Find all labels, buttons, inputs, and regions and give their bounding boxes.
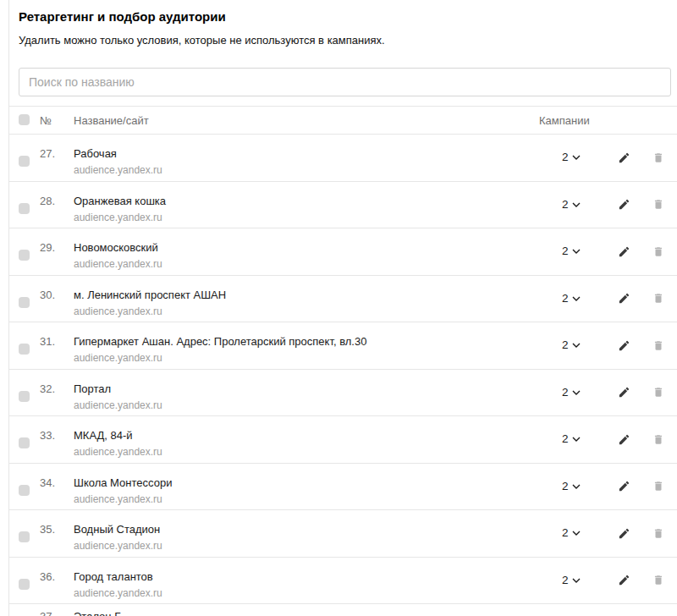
pencil-icon: [618, 386, 630, 399]
campaigns-dropdown[interactable]: 2: [562, 574, 581, 587]
trash-icon: [652, 480, 664, 492]
row-controls: 2: [8, 574, 677, 587]
pencil-icon: [618, 574, 630, 586]
edit-button[interactable]: [617, 245, 630, 258]
campaigns-dropdown[interactable]: 2: [562, 151, 581, 164]
campaigns-dropdown[interactable]: 2: [562, 386, 581, 399]
chevron-down-icon: [572, 249, 581, 254]
table-body: 27. Рабочая audience.yandex.ru 2: [8, 135, 677, 616]
table-row: 29. Новомосковский audience.yandex.ru 2: [8, 228, 677, 276]
row-controls: 2: [8, 480, 677, 493]
trash-icon: [652, 339, 664, 352]
campaigns-count: 2: [562, 386, 569, 399]
campaigns-dropdown[interactable]: 2: [562, 338, 581, 352]
pencil-icon: [618, 245, 630, 258]
pencil-icon: [618, 339, 630, 352]
edit-button[interactable]: [617, 386, 630, 399]
table-row: 33. МКАД, 84-й audience.yandex.ru 2: [8, 416, 677, 464]
row-controls: 2: [8, 386, 677, 399]
chevron-down-icon: [572, 296, 581, 301]
row-site: audience.yandex.ru: [74, 305, 677, 318]
chevron-down-icon: [572, 390, 581, 395]
trash-icon: [652, 198, 664, 211]
campaigns-dropdown[interactable]: 2: [562, 480, 581, 493]
edit-button[interactable]: [617, 526, 630, 540]
campaigns-count: 2: [562, 151, 569, 164]
campaigns-dropdown[interactable]: 2: [562, 526, 581, 540]
row-controls: 2: [8, 198, 677, 212]
row-site: audience.yandex.ru: [74, 492, 677, 506]
table-row: 30. м. Ленинский проспект АШАН audience.…: [8, 276, 677, 323]
row-site: audience.yandex.ru: [74, 399, 677, 412]
table-row: 31. Гипермаркет Ашан. Адрес: Пролетарски…: [8, 322, 677, 370]
chevron-down-icon: [572, 437, 581, 442]
trash-icon: [652, 151, 664, 164]
row-site: audience.yandex.ru: [74, 539, 677, 553]
table-row: 36. Город талантов audience.yandex.ru 2: [8, 558, 677, 605]
row-site: audience.yandex.ru: [74, 163, 677, 177]
column-header-name: Название/сайт: [74, 113, 149, 128]
search-input[interactable]: [19, 68, 671, 96]
delete-button[interactable]: [652, 574, 665, 587]
pencil-icon: [618, 198, 630, 211]
row-controls: 2: [8, 432, 677, 446]
edit-button[interactable]: [617, 151, 630, 164]
edit-button[interactable]: [617, 574, 630, 587]
row-controls: 2: [8, 151, 677, 164]
table-row: 34. Школа Монтессори audience.yandex.ru …: [8, 464, 677, 511]
campaigns-count: 2: [562, 480, 569, 493]
delete-button[interactable]: [652, 432, 665, 446]
delete-button[interactable]: [652, 526, 665, 540]
page-subtitle: Удалить можно только условия, которые не…: [19, 34, 677, 47]
pencil-icon: [618, 480, 630, 492]
chevron-down-icon: [572, 343, 581, 348]
campaigns-dropdown[interactable]: 2: [562, 292, 581, 305]
column-header-number: №: [40, 113, 52, 128]
pencil-icon: [618, 527, 630, 540]
delete-button[interactable]: [652, 245, 665, 258]
edit-button[interactable]: [617, 432, 630, 446]
row-site: audience.yandex.ru: [74, 586, 677, 600]
page-title: Ретаргетинг и подбор аудитории: [19, 8, 677, 25]
campaigns-count: 2: [562, 338, 569, 352]
trash-icon: [652, 574, 664, 586]
delete-button[interactable]: [652, 151, 665, 164]
edit-button[interactable]: [617, 292, 630, 305]
campaigns-count: 2: [562, 292, 569, 305]
trash-icon: [652, 527, 664, 540]
campaigns-dropdown[interactable]: 2: [562, 198, 581, 212]
table-row: 37. Эталон Б audience.yandex.ru 2: [8, 604, 677, 616]
edit-button[interactable]: [617, 480, 630, 493]
trash-icon: [652, 292, 664, 305]
trash-icon: [652, 386, 664, 399]
delete-button[interactable]: [652, 386, 665, 399]
pencil-icon: [618, 433, 630, 446]
row-controls: 2: [8, 245, 677, 258]
row-controls: 2: [8, 526, 677, 540]
campaigns-dropdown[interactable]: 2: [562, 245, 581, 258]
campaigns-count: 2: [562, 526, 569, 540]
select-all-checkbox[interactable]: [19, 114, 30, 125]
delete-button[interactable]: [652, 292, 665, 305]
edit-button[interactable]: [617, 338, 630, 352]
table-header-row: № Название/сайт Кампании: [8, 107, 677, 135]
column-header-campaigns: Кампании: [539, 113, 590, 128]
delete-button[interactable]: [652, 480, 665, 493]
delete-button[interactable]: [652, 198, 665, 212]
trash-icon: [652, 245, 664, 258]
chevron-down-icon: [572, 155, 581, 160]
row-site: audience.yandex.ru: [74, 445, 677, 459]
row-controls: 2: [8, 338, 677, 352]
chevron-down-icon: [572, 578, 581, 583]
table-row: 32. Портал audience.yandex.ru 2: [8, 370, 677, 417]
row-controls: 2: [8, 292, 677, 305]
pencil-icon: [618, 151, 630, 164]
delete-button[interactable]: [652, 338, 665, 352]
edit-button[interactable]: [617, 198, 630, 212]
conditions-table: № Название/сайт Кампании 27. Рабочая aud…: [8, 106, 677, 616]
table-row: 35. Водный Стадион audience.yandex.ru 2: [8, 510, 677, 558]
campaigns-count: 2: [562, 198, 569, 212]
table-row: 27. Рабочая audience.yandex.ru 2: [8, 135, 677, 182]
campaigns-dropdown[interactable]: 2: [562, 432, 581, 446]
row-site: audience.yandex.ru: [74, 211, 677, 224]
